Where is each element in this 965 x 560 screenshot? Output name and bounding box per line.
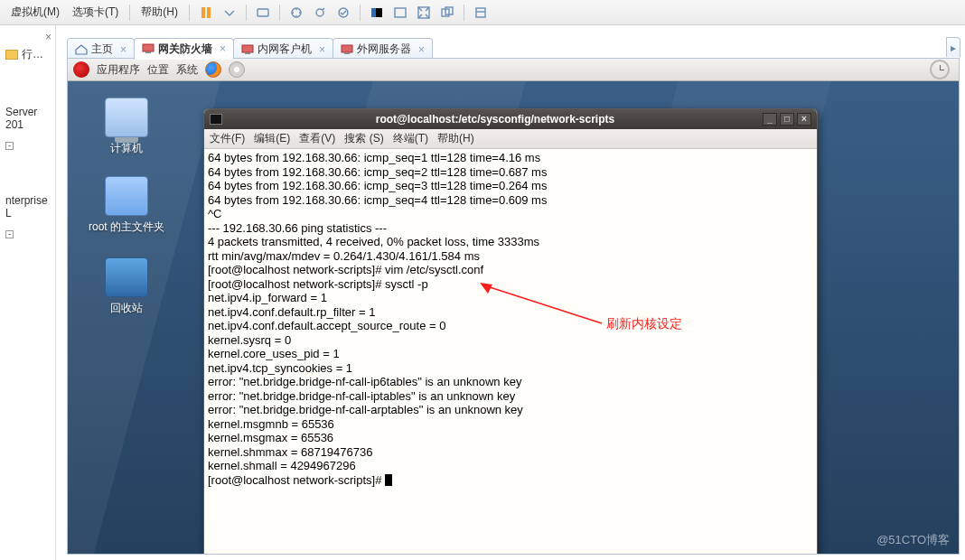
svg-rect-2 (258, 9, 268, 16)
terminal-menubar: 文件(F) 编辑(E) 查看(V) 搜索 (S) 终端(T) 帮助(H) (204, 129, 817, 149)
tree-item[interactable]: nterprise L (4, 191, 52, 223)
svg-rect-16 (245, 52, 250, 54)
menu-help[interactable]: 帮助(H) (136, 5, 183, 20)
svg-rect-13 (143, 44, 154, 51)
collapse-icon[interactable]: - (5, 230, 14, 238)
separator (464, 5, 464, 21)
menu-edit[interactable]: 编辑(E) (254, 131, 290, 146)
send-keys-icon[interactable] (252, 3, 274, 23)
svg-rect-0 (201, 7, 205, 18)
trash-icon (105, 257, 148, 297)
svg-rect-18 (344, 52, 350, 54)
folder-icon (5, 50, 18, 60)
icon-label: root 的主文件夹 (86, 219, 167, 235)
menu-vm[interactable]: 虚拟机(M) (5, 5, 65, 20)
separator (246, 5, 247, 21)
vm-icon (341, 44, 353, 55)
menu-terminal[interactable]: 终端(T) (393, 131, 428, 146)
snapshot-icon[interactable] (286, 3, 307, 23)
close-icon[interactable]: × (220, 42, 226, 55)
close-icon[interactable]: × (418, 43, 425, 56)
tab-home[interactable]: 主页 × (67, 38, 135, 60)
firefox-icon[interactable] (205, 61, 221, 78)
view-console-icon[interactable] (389, 3, 411, 23)
disc-icon[interactable] (229, 61, 245, 78)
row-label: 行… (22, 48, 43, 61)
svg-point-5 (339, 8, 348, 17)
clock-icon[interactable] (930, 60, 950, 79)
svg-rect-17 (342, 45, 352, 52)
menu-system[interactable]: 系统 (176, 62, 198, 78)
annotation-text: 刷新内核设定 (606, 317, 682, 331)
separator (279, 5, 280, 21)
close-icon[interactable]: × (319, 43, 325, 56)
menu-help[interactable]: 帮助(H) (437, 131, 474, 146)
separator (129, 5, 130, 21)
tab-label: 外网服务器 (357, 42, 411, 57)
tree-toggle-row[interactable]: - (4, 135, 52, 154)
fullscreen-icon[interactable] (413, 3, 435, 23)
close-icon[interactable]: × (45, 31, 52, 43)
desktop-trash[interactable]: 回收站 (86, 257, 167, 316)
computer-icon (105, 98, 148, 137)
minimize-button[interactable]: _ (763, 113, 777, 126)
tab-server[interactable]: 外网服务器 × (333, 38, 433, 60)
tab-overflow-icon[interactable]: ▸ (946, 37, 960, 57)
svg-rect-14 (145, 51, 151, 53)
icon-label: 回收站 (86, 301, 167, 316)
close-icon[interactable]: × (120, 43, 126, 56)
terminal-window: root@localhost:/etc/sysconfig/network-sc… (203, 108, 818, 555)
tree-item[interactable]: Server 201 (4, 102, 52, 135)
vm-viewport: 应用程序 位置 系统 计算机 root 的主文件夹 回收站 root@local… (67, 58, 960, 555)
svg-rect-8 (395, 8, 406, 17)
unity-icon[interactable] (436, 3, 458, 23)
menu-places[interactable]: 位置 (147, 62, 169, 78)
menu-applications[interactable]: 应用程序 (97, 62, 140, 78)
separator (189, 5, 190, 21)
snapshot-manage-icon[interactable] (309, 3, 331, 23)
menu-tabs[interactable]: 选项卡(T) (67, 5, 124, 20)
tab-firewall[interactable]: 网关防火墙 × (134, 38, 234, 60)
redhat-icon[interactable] (73, 61, 89, 78)
vm-icon (142, 43, 155, 54)
library-pane: × 行… Server 201 - nterprise L - (0, 25, 56, 560)
menu-search[interactable]: 搜索 (S) (344, 131, 383, 146)
tab-label: 内网客户机 (258, 42, 312, 57)
menu-view[interactable]: 查看(V) (299, 131, 335, 146)
view-single-icon[interactable] (366, 3, 388, 23)
tab-label: 主页 (91, 42, 113, 57)
terminal-body[interactable]: 64 bytes from 192.168.30.66: icmp_seq=1 … (204, 149, 817, 555)
svg-point-4 (316, 9, 323, 16)
terminal-titlebar[interactable]: root@localhost:/etc/sysconfig/network-sc… (204, 109, 817, 129)
menu-file[interactable]: 文件(F) (210, 131, 245, 146)
terminal-prompt: [root@localhost network-scripts]# (208, 473, 385, 487)
library-row[interactable]: 行… (4, 43, 52, 66)
icon-label: 计算机 (86, 141, 167, 156)
dropdown-icon[interactable] (219, 3, 240, 23)
collapse-icon[interactable]: - (5, 142, 14, 150)
tree-label: Server 201 (5, 106, 37, 131)
desktop-computer[interactable]: 计算机 (86, 98, 167, 156)
vm-icon (241, 44, 254, 55)
window-title: root@localhost:/etc/sysconfig/network-sc… (228, 113, 763, 126)
maximize-button[interactable]: □ (780, 113, 794, 126)
tab-client[interactable]: 内网客户机 × (233, 38, 333, 60)
svg-rect-7 (371, 8, 376, 17)
snapshot-revert-icon[interactable] (333, 3, 354, 23)
terminal-icon (210, 114, 222, 125)
home-icon (75, 44, 88, 55)
separator (360, 5, 361, 21)
desktop-home-folder[interactable]: root 的主文件夹 (86, 176, 167, 235)
library-icon[interactable] (470, 3, 492, 23)
pause-icon[interactable] (195, 3, 217, 23)
tree-toggle-row[interactable]: - (4, 223, 52, 243)
svg-rect-15 (242, 45, 253, 52)
close-button[interactable]: × (797, 113, 811, 126)
svg-rect-1 (207, 7, 211, 18)
gnome-panel: 应用程序 位置 系统 (68, 59, 959, 81)
guest-desktop[interactable]: 计算机 root 的主文件夹 回收站 root@localhost:/etc/s… (68, 81, 959, 554)
watermark: @51CTO博客 (876, 532, 950, 548)
tab-label: 网关防火墙 (158, 42, 212, 57)
cursor-icon (385, 474, 392, 486)
host-toolbar: 虚拟机(M) 选项卡(T) 帮助(H) (0, 0, 965, 25)
